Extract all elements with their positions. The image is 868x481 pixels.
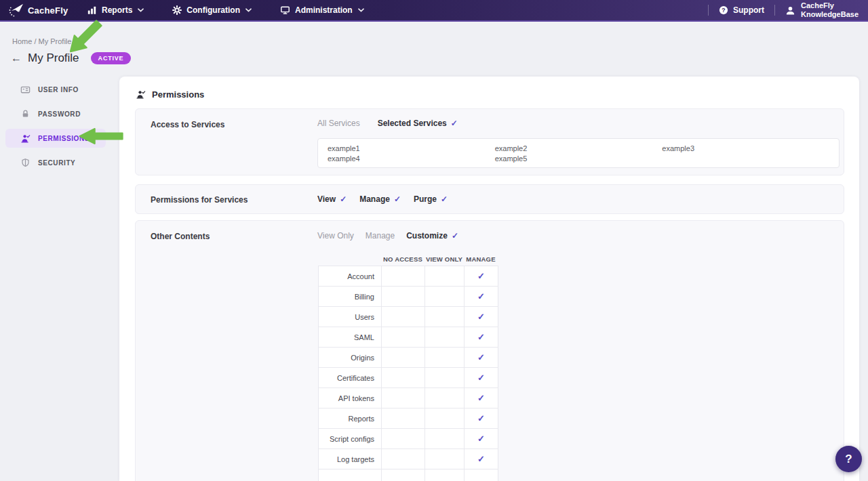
permission-cell-view-only[interactable] bbox=[425, 266, 465, 287]
column-header: NO ACCESS bbox=[381, 255, 425, 263]
permission-cell-no-access[interactable] bbox=[382, 449, 425, 469]
permission-cell-view-only[interactable] bbox=[425, 388, 465, 409]
permission-cell-manage[interactable]: ✓ bbox=[465, 266, 498, 287]
knowledgebase-link[interactable]: CacheFly KnowledgeBase bbox=[785, 1, 859, 19]
permission-cell-no-access[interactable] bbox=[382, 409, 425, 429]
chevron-down-icon bbox=[245, 8, 252, 12]
option-customize[interactable]: Customize✓ bbox=[406, 231, 458, 240]
card-label: Permissions for Services bbox=[151, 195, 248, 205]
row-label: API tokens bbox=[319, 388, 382, 409]
sidebar-item-password[interactable]: PASSWORD bbox=[0, 102, 119, 126]
navbar-right: ? Support CacheFly KnowledgeBase bbox=[698, 1, 868, 19]
service-permission-options: View✓Manage✓Purge✓ bbox=[317, 194, 448, 204]
permission-cell-no-access[interactable] bbox=[382, 307, 425, 327]
permission-cell-no-access[interactable] bbox=[382, 388, 425, 409]
option-purge[interactable]: Purge✓ bbox=[414, 194, 448, 204]
permissions-table-header: NO ACCESSVIEW ONLYMANAGE bbox=[381, 255, 498, 263]
gear-icon bbox=[172, 5, 182, 15]
sidebar-item-user-info[interactable]: USER INFO bbox=[0, 77, 119, 102]
nav-menu-reports[interactable]: Reports bbox=[87, 5, 144, 15]
monitor-icon bbox=[280, 5, 290, 15]
permission-cell-no-access[interactable] bbox=[382, 266, 425, 287]
permission-cell-no-access[interactable] bbox=[382, 469, 425, 481]
option-label: Customize bbox=[406, 231, 448, 240]
option-selected-services[interactable]: Selected Services✓ bbox=[378, 119, 458, 128]
permission-cell-view-only[interactable] bbox=[425, 409, 465, 429]
card-label: Other Contents bbox=[151, 232, 210, 241]
row-label: Users bbox=[319, 307, 382, 327]
nav-menu-configuration[interactable]: Configuration bbox=[172, 5, 252, 15]
option-manage[interactable]: Manage✓ bbox=[359, 194, 401, 204]
service-item: example2 bbox=[495, 144, 663, 152]
main-panel: Permissions Access to Services All Servi… bbox=[119, 77, 859, 481]
permission-cell-view-only[interactable] bbox=[425, 469, 465, 481]
check-icon: ✓ bbox=[452, 231, 458, 240]
section-heading: Permissions bbox=[136, 89, 204, 100]
access-to-services-card: Access to Services All ServicesSelected … bbox=[135, 108, 844, 175]
permission-cell-no-access[interactable] bbox=[382, 348, 425, 368]
support-button[interactable]: ? Support bbox=[719, 5, 764, 15]
section-heading-label: Permissions bbox=[152, 89, 204, 100]
option-manage[interactable]: Manage bbox=[366, 231, 395, 240]
option-view-only[interactable]: View Only bbox=[317, 231, 354, 240]
permission-cell-manage[interactable] bbox=[465, 469, 498, 481]
permission-cell-manage[interactable]: ✓ bbox=[465, 429, 498, 449]
table-row: Reports✓ bbox=[319, 409, 498, 429]
option-label: View bbox=[317, 194, 336, 204]
shield-icon bbox=[20, 158, 31, 168]
permission-cell-manage[interactable]: ✓ bbox=[465, 449, 498, 469]
permission-cell-view-only[interactable] bbox=[425, 327, 465, 348]
user-icon bbox=[785, 5, 795, 16]
permission-cell-no-access[interactable] bbox=[382, 368, 425, 388]
sidebar: USER INFOPASSWORDPERMISSIONSSECURITY bbox=[0, 77, 119, 175]
option-all-services[interactable]: All Services bbox=[317, 119, 360, 128]
permission-cell-manage[interactable]: ✓ bbox=[465, 348, 498, 368]
other-contents-card: Other Contents View OnlyManageCustomize✓… bbox=[135, 220, 844, 481]
back-arrow[interactable]: ← bbox=[11, 53, 22, 64]
permission-cell-view-only[interactable] bbox=[425, 307, 465, 327]
page: CacheFly ReportsConfigurationAdministrat… bbox=[0, 0, 868, 481]
chevron-down-icon bbox=[358, 8, 364, 12]
permission-cell-manage[interactable]: ✓ bbox=[465, 388, 498, 409]
permission-cell-no-access[interactable] bbox=[382, 429, 425, 449]
row-label: Billing bbox=[319, 287, 382, 307]
breadcrumb-home[interactable]: Home bbox=[12, 37, 32, 45]
sidebar-item-label: USER INFO bbox=[38, 86, 79, 93]
check-icon: ✓ bbox=[465, 434, 498, 444]
question-circle-icon: ? bbox=[719, 5, 728, 15]
row-label: Log targets bbox=[319, 449, 382, 469]
table-row: Origins✓ bbox=[319, 348, 498, 368]
permission-cell-manage[interactable]: ✓ bbox=[465, 287, 498, 307]
check-icon: ✓ bbox=[465, 373, 498, 383]
person-check-icon bbox=[136, 89, 146, 100]
permission-cell-manage[interactable]: ✓ bbox=[465, 409, 498, 429]
permissions-for-services-card: Permissions for Services View✓Manage✓Pur… bbox=[135, 184, 844, 214]
permission-cell-view-only[interactable] bbox=[425, 287, 465, 307]
permission-cell-no-access[interactable] bbox=[382, 327, 425, 348]
permission-cell-manage[interactable]: ✓ bbox=[465, 327, 498, 348]
svg-text:?: ? bbox=[722, 7, 725, 14]
table-row: Log targets✓ bbox=[319, 449, 498, 469]
row-label: Script configs bbox=[319, 429, 382, 449]
sidebar-item-security[interactable]: SECURITY bbox=[0, 150, 119, 175]
table-row: Users✓ bbox=[319, 307, 498, 327]
cachefly-logo[interactable]: CacheFly bbox=[0, 3, 79, 18]
column-header: VIEW ONLY bbox=[425, 255, 464, 263]
check-icon: ✓ bbox=[465, 393, 498, 403]
permission-cell-view-only[interactable] bbox=[425, 449, 465, 469]
permission-cell-manage[interactable]: ✓ bbox=[465, 368, 498, 388]
support-label: Support bbox=[733, 5, 764, 15]
permission-cell-no-access[interactable] bbox=[382, 287, 425, 307]
row-label: Account bbox=[319, 266, 382, 287]
nav-menu-administration[interactable]: Administration bbox=[280, 5, 364, 15]
permission-cell-view-only[interactable] bbox=[425, 368, 465, 388]
brand-name: CacheFly bbox=[28, 5, 68, 16]
permission-cell-view-only[interactable] bbox=[425, 348, 465, 368]
permission-cell-manage[interactable]: ✓ bbox=[465, 307, 498, 327]
permission-cell-view-only[interactable] bbox=[425, 429, 465, 449]
check-icon: ✓ bbox=[441, 194, 448, 204]
help-fab-button[interactable]: ? bbox=[835, 446, 862, 472]
check-icon: ✓ bbox=[465, 312, 498, 322]
sidebar-item-permissions[interactable]: PERMISSIONS bbox=[0, 126, 119, 150]
option-view[interactable]: View✓ bbox=[317, 194, 347, 204]
